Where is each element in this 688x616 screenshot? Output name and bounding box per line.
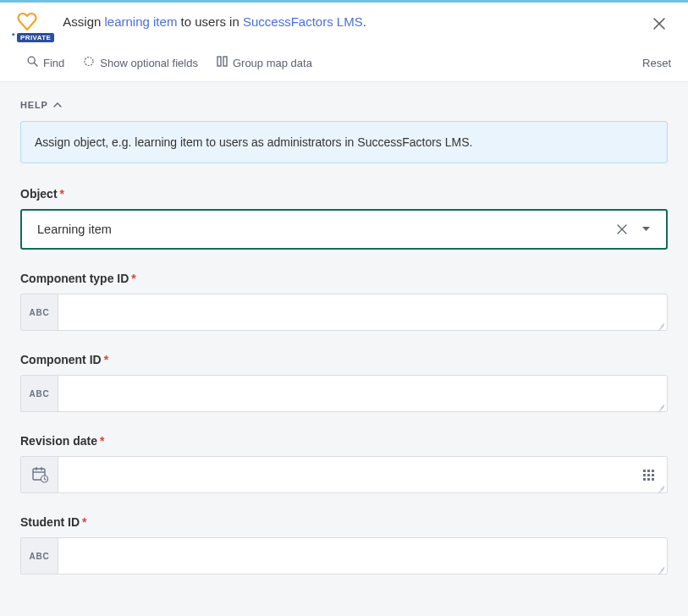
help-toggle[interactable]: HELP bbox=[20, 99, 668, 111]
component-type-id-label-text: Component type ID bbox=[20, 272, 129, 285]
title-text-2: to users in bbox=[177, 14, 243, 29]
private-badge: PRIVATE bbox=[17, 33, 54, 42]
svg-point-0 bbox=[28, 57, 35, 63]
modal-header: PRIVATE Assign learning item to users in… bbox=[0, 3, 688, 49]
revision-date-input[interactable] bbox=[58, 457, 630, 492]
component-id-input[interactable] bbox=[58, 376, 667, 411]
chevron-up-icon bbox=[53, 99, 62, 111]
field-object: Object* Learning item bbox=[20, 187, 668, 250]
field-component-id: Component ID* ABC bbox=[20, 353, 668, 412]
group-map-label: Group map data bbox=[233, 57, 312, 69]
object-dropdown-toggle[interactable] bbox=[634, 217, 658, 241]
component-id-label-text: Component ID bbox=[20, 353, 102, 366]
columns-icon bbox=[217, 56, 228, 69]
required-marker: * bbox=[60, 187, 64, 201]
required-marker: * bbox=[104, 353, 108, 366]
student-id-input-row: ABC bbox=[20, 537, 668, 575]
chevron-down-icon bbox=[641, 226, 651, 233]
text-type-icon: ABC bbox=[21, 294, 58, 330]
student-id-input[interactable] bbox=[58, 538, 667, 574]
component-id-label: Component ID* bbox=[20, 353, 668, 366]
field-component-type-id: Component type ID* ABC bbox=[20, 272, 668, 331]
close-icon bbox=[617, 224, 627, 234]
show-optional-button[interactable]: Show optional fields bbox=[83, 56, 198, 69]
component-id-input-row: ABC bbox=[20, 375, 668, 412]
object-select[interactable]: Learning item bbox=[20, 209, 668, 250]
calendar-icon bbox=[21, 457, 58, 492]
required-marker: * bbox=[131, 272, 135, 285]
required-marker: * bbox=[82, 515, 86, 529]
revision-date-label-text: Revision date bbox=[20, 434, 97, 448]
svg-rect-3 bbox=[223, 57, 227, 66]
title-text-3: . bbox=[363, 14, 366, 29]
data-picker-button[interactable] bbox=[630, 457, 667, 492]
help-label: HELP bbox=[20, 100, 48, 110]
toggle-icon bbox=[83, 56, 95, 69]
logo-block: PRIVATE bbox=[17, 13, 54, 42]
heart-icon bbox=[17, 13, 37, 31]
svg-rect-2 bbox=[217, 57, 221, 66]
successfactors-link[interactable]: SuccessFactors LMS bbox=[243, 14, 363, 29]
component-type-id-label: Component type ID* bbox=[20, 272, 668, 285]
find-button[interactable]: Find bbox=[27, 56, 64, 69]
show-optional-label: Show optional fields bbox=[100, 57, 198, 69]
object-value: Learning item bbox=[37, 223, 610, 236]
form-body: HELP Assign object, e.g. learning item t… bbox=[0, 82, 688, 616]
modal-container: PRIVATE Assign learning item to users in… bbox=[0, 0, 688, 616]
text-type-icon: ABC bbox=[21, 538, 58, 574]
revision-date-input-row bbox=[20, 456, 668, 493]
find-label: Find bbox=[43, 57, 64, 69]
grid-icon bbox=[643, 470, 654, 481]
modal-title: Assign learning item to users in Success… bbox=[63, 13, 647, 29]
component-type-id-input[interactable] bbox=[58, 294, 667, 330]
revision-date-label: Revision date* bbox=[20, 434, 668, 448]
help-description: Assign object, e.g. learning item to use… bbox=[20, 121, 668, 163]
close-icon bbox=[653, 16, 665, 34]
learning-item-link[interactable]: learning item bbox=[105, 14, 178, 29]
component-type-id-input-row: ABC bbox=[20, 294, 668, 331]
close-button[interactable] bbox=[647, 13, 671, 36]
group-map-button[interactable]: Group map data bbox=[217, 56, 312, 69]
svg-point-1 bbox=[85, 58, 93, 66]
clear-object-button[interactable] bbox=[610, 217, 634, 241]
reset-button[interactable]: Reset bbox=[642, 57, 671, 69]
student-id-label-text: Student ID bbox=[20, 515, 80, 529]
student-id-label: Student ID* bbox=[20, 515, 668, 529]
toolbar: Find Show optional fields Group map data… bbox=[0, 49, 688, 82]
object-label: Object* bbox=[20, 187, 668, 201]
object-label-text: Object bbox=[20, 187, 58, 201]
field-student-id: Student ID* ABC bbox=[20, 515, 668, 575]
title-text-1: Assign bbox=[63, 14, 104, 29]
search-icon bbox=[27, 56, 38, 69]
text-type-icon: ABC bbox=[21, 376, 58, 411]
field-revision-date: Revision date* bbox=[20, 434, 668, 493]
required-marker: * bbox=[100, 434, 104, 448]
